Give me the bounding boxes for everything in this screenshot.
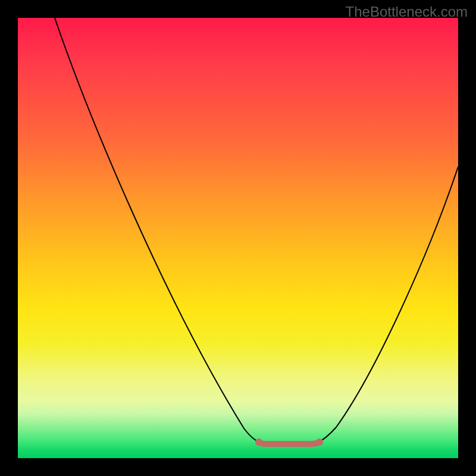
curve-svg: [18, 18, 458, 458]
main-curve-path: [55, 18, 458, 444]
right-dot-marker: [316, 439, 323, 446]
left-dot-marker: [255, 439, 262, 446]
watermark-text: TheBottleneck.com: [346, 4, 468, 20]
chart-frame: TheBottleneck.com: [0, 0, 476, 476]
plot-area: [18, 18, 458, 458]
bottom-band-path: [259, 442, 320, 444]
